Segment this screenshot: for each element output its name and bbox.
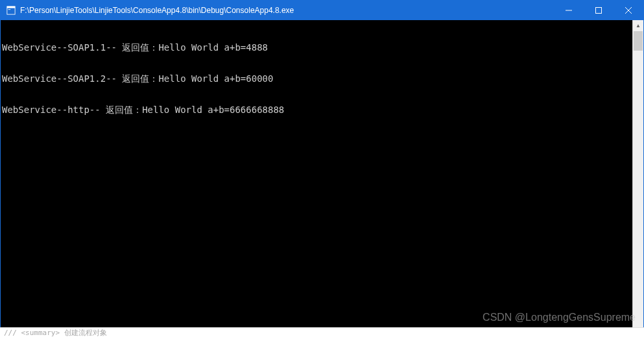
- svg-rect-4: [596, 8, 602, 14]
- minimize-button[interactable]: [554, 1, 584, 20]
- console-line: WebService--SOAP1.1-- 返回值：Hello World a+…: [2, 42, 632, 53]
- console-line: WebService--http-- 返回值：Hello World a+b=6…: [2, 105, 632, 115]
- vertical-scrollbar[interactable]: ▲ ▼: [632, 20, 643, 336]
- close-button[interactable]: [614, 1, 643, 20]
- scroll-up-arrow[interactable]: ▲: [633, 20, 643, 31]
- console-area: WebService--SOAP1.1-- 返回值：Hello World a+…: [1, 20, 643, 336]
- console-output[interactable]: WebService--SOAP1.1-- 返回值：Hello World a+…: [1, 20, 632, 336]
- console-app-icon: [6, 5, 16, 16]
- console-line: WebService--SOAP1.2-- 返回值：Hello World a+…: [2, 73, 632, 84]
- window-controls: [554, 1, 643, 20]
- console-window: F:\Person\LinjieTools\LinjieTools\Consol…: [0, 0, 644, 337]
- titlebar[interactable]: F:\Person\LinjieTools\LinjieTools\Consol…: [1, 1, 643, 20]
- svg-rect-1: [7, 6, 15, 8]
- window-title: F:\Person\LinjieTools\LinjieTools\Consol…: [20, 6, 554, 15]
- svg-rect-2: [8, 9, 11, 10]
- maximize-button[interactable]: [584, 1, 614, 20]
- background-editor-fragment: /// <summary> 创建流程对象: [0, 327, 644, 337]
- scroll-thumb[interactable]: [634, 31, 643, 51]
